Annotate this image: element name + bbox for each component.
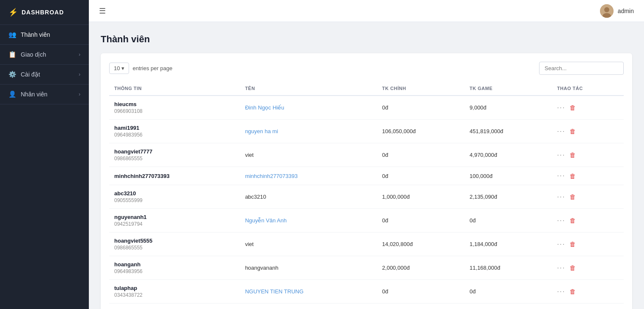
- sidebar-item-giao-dich[interactable]: 📋 Giao dịch ›: [0, 45, 89, 65]
- cell-thong-tin: abc3210 0905555999: [109, 185, 240, 209]
- select-chevron-icon: ▾: [121, 65, 124, 71]
- more-actions-button[interactable]: ···: [557, 193, 565, 201]
- cell-name-link[interactable]: Đinh Ngọc Hiếu: [245, 104, 284, 111]
- cell-thong-tin: hami1991 0964983956: [109, 120, 240, 143]
- more-actions-button[interactable]: ···: [557, 264, 565, 272]
- cell-tk-chinh: 0đ: [377, 167, 465, 185]
- actions-group: ··· 🗑: [557, 104, 619, 112]
- entries-label: entries per page: [132, 65, 172, 71]
- actions-group: ··· 🗑: [557, 172, 619, 180]
- cell-username: tulaphap: [114, 285, 235, 291]
- sidebar-logo-text: DASHBROAD: [22, 9, 64, 16]
- cell-tk-game: 0đ: [465, 209, 552, 232]
- more-actions-button[interactable]: ···: [557, 151, 565, 159]
- page-content: Thành viên 10 ▾ entries per page THÔNG T…: [89, 22, 644, 309]
- bolt-icon: ⚡: [8, 8, 18, 17]
- cell-thong-tin: hoanganh 0964983956: [109, 256, 240, 280]
- cell-thao-tac: ··· 🗑: [552, 232, 624, 256]
- cell-name-plain: abc3210: [245, 194, 266, 200]
- cell-name-link[interactable]: Nguyễn Vân Anh: [245, 217, 286, 224]
- sidebar-item-cai-dat[interactable]: ⚙️ Cài đặt ›: [0, 65, 89, 85]
- cell-name-link[interactable]: NGUYEN TIEN TRUNG: [245, 288, 303, 295]
- actions-group: ··· 🗑: [557, 264, 619, 272]
- cell-thao-tac: ··· 🗑: [552, 256, 624, 280]
- col-ten: TÊN: [240, 82, 377, 96]
- cell-username: hoangviet5555: [114, 238, 235, 244]
- col-thao-tac: THAO TÁC: [552, 82, 624, 96]
- cell-ten: abc3210: [240, 185, 377, 209]
- more-actions-button[interactable]: ···: [557, 172, 565, 180]
- admin-label: admin: [618, 8, 634, 14]
- delete-button[interactable]: 🗑: [570, 217, 576, 224]
- cell-ten: minhchinh277073393: [240, 167, 377, 185]
- cell-username: nguyenanh1: [114, 214, 235, 220]
- cell-name-link[interactable]: minhchinh277073393: [245, 173, 297, 179]
- sidebar-item-label: Nhân viên: [21, 91, 47, 98]
- table-row: hoangviet7777 0986865555viet0đ4,970,000đ…: [109, 143, 624, 167]
- cell-phone: 0942519794: [114, 221, 235, 227]
- delete-button[interactable]: 🗑: [570, 288, 576, 295]
- chevron-right-icon: ›: [79, 52, 80, 57]
- sidebar-item-label: Thành viên: [21, 31, 50, 38]
- cell-ten: nguyen ha mi: [240, 120, 377, 143]
- actions-group: ··· 🗑: [557, 128, 619, 135]
- search-input[interactable]: [539, 62, 624, 75]
- sidebar: ⚡ DASHBROAD 👥 Thành viên 📋 Giao dịch › ⚙…: [0, 0, 89, 309]
- employee-icon: 👤: [8, 90, 17, 98]
- delete-button[interactable]: 🗑: [570, 172, 576, 180]
- delete-button[interactable]: 🗑: [570, 193, 576, 200]
- more-actions-button[interactable]: ···: [557, 288, 565, 295]
- entries-select-group: 10 ▾ entries per page: [109, 63, 172, 74]
- sidebar-item-thanh-vien[interactable]: 👥 Thành viên: [0, 25, 89, 45]
- cell-phone: 0905555999: [114, 197, 235, 203]
- cell-tk-game: 4,970,000đ: [465, 143, 552, 167]
- main-area: ☰ admin Thành viên 10 ▾: [89, 0, 644, 309]
- cell-tk-chinh: 2,000,000đ: [377, 256, 465, 280]
- cell-thao-tac: ··· 🗑: [552, 120, 624, 143]
- delete-button[interactable]: 🗑: [570, 241, 576, 248]
- more-actions-button[interactable]: ···: [557, 128, 565, 135]
- delete-button[interactable]: 🗑: [570, 104, 576, 111]
- cell-ten: Đinh Ngọc Hiếu: [240, 96, 377, 120]
- cell-tk-chinh: 14,020,800đ: [377, 232, 465, 256]
- cell-thao-tac: ··· 🗑: [552, 280, 624, 304]
- hamburger-icon[interactable]: ☰: [99, 6, 106, 16]
- cell-name-link[interactable]: nguyen ha mi: [245, 128, 278, 134]
- cell-thong-tin: hoangviet5555 0986865555: [109, 232, 240, 256]
- table-row: hoanganh 0964983956hoangvananh2,000,000đ…: [109, 256, 624, 280]
- cell-thao-tac: ··· 🗑: [552, 96, 624, 120]
- delete-button[interactable]: 🗑: [570, 128, 576, 135]
- cell-thong-tin: tulaphap 0343438722: [109, 280, 240, 304]
- cell-thao-tac: ··· 🗑: [552, 304, 624, 309]
- cell-ten: Nguyễn Vân Anh: [240, 209, 377, 232]
- cell-phone: 0986865555: [114, 156, 235, 161]
- more-actions-button[interactable]: ···: [557, 104, 565, 112]
- cell-phone: 0343438722: [114, 292, 235, 298]
- cell-username: hieucms: [114, 101, 235, 107]
- page-title: Thành viên: [101, 34, 632, 45]
- cell-tk-game: 1,184,000đ: [465, 232, 552, 256]
- delete-button[interactable]: 🗑: [570, 264, 576, 271]
- delete-button[interactable]: 🗑: [570, 151, 576, 159]
- table-row: tulaphap 0343438722NGUYEN TIEN TRUNG0đ0đ…: [109, 280, 624, 304]
- more-actions-button[interactable]: ···: [557, 241, 565, 248]
- avatar: [600, 4, 614, 18]
- cell-tk-chinh: 106,050,000đ: [377, 120, 465, 143]
- cell-ten: viet: [240, 232, 377, 256]
- cell-username: hoangviet7777: [114, 148, 235, 155]
- cell-tk-game: 0đ: [465, 280, 552, 304]
- users-icon: 👥: [8, 31, 17, 38]
- table-row: hieucms 0966903108Đinh Ngọc Hiếu0đ9,000đ…: [109, 96, 624, 120]
- actions-group: ··· 🗑: [557, 241, 619, 248]
- cell-phone: 0986865555: [114, 245, 235, 251]
- cell-thong-tin: nguyenanh1 0942519794: [109, 209, 240, 232]
- sidebar-item-nhan-vien[interactable]: 👤 Nhân viên ›: [0, 85, 89, 104]
- cell-tk-game: 451,819,000đ: [465, 120, 552, 143]
- cell-username: hoanganh: [114, 261, 235, 268]
- more-actions-button[interactable]: ···: [557, 217, 565, 224]
- cell-username: abc3210: [114, 190, 235, 197]
- cell-thong-tin: minhchinh277073393: [109, 167, 240, 185]
- entries-per-page-select[interactable]: 10 ▾: [109, 63, 129, 74]
- sidebar-item-label: Cài đặt: [21, 71, 40, 78]
- sidebar-logo: ⚡ DASHBROAD: [0, 0, 89, 25]
